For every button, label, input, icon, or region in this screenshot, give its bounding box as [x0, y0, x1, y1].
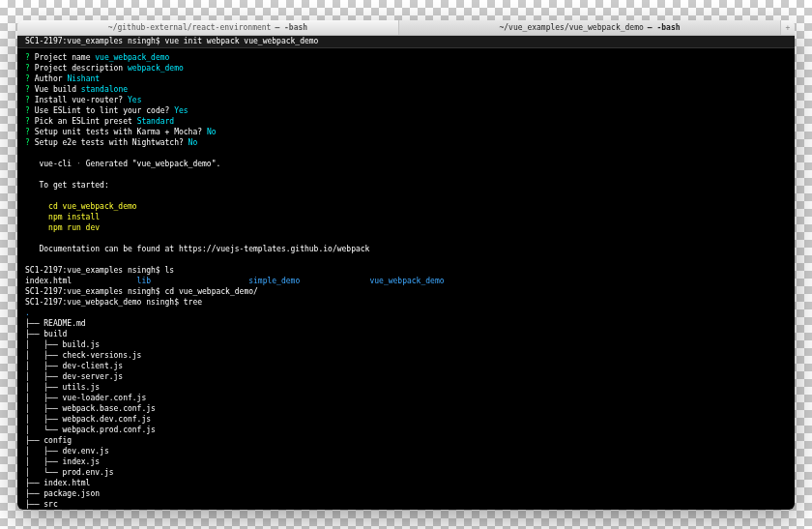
tree-line: │ ├── utils.js	[25, 383, 100, 392]
q-label: Install vue-router?	[35, 96, 124, 104]
tab-path: ~/vue_examples/vue_webpack_demo	[499, 23, 643, 32]
tab-path: ~/github-external/react-environment	[108, 23, 272, 32]
prompt-host: SC1-2197:vue_examples nsingh$	[25, 287, 165, 296]
q-val: No	[188, 138, 198, 147]
prompt-cmd: cd vue_webpack_demo/	[165, 287, 258, 296]
q-label: Vue build	[35, 85, 76, 94]
q-label: Project name	[35, 53, 91, 62]
bullet-icon: ?	[25, 53, 30, 62]
q-label: Setup unit tests with Karma + Mocha?	[35, 128, 202, 136]
q-val: No	[207, 128, 217, 136]
gen-msg: Generated "vue_webpack_demo".	[86, 160, 221, 168]
q-val: vue_webpack_demo	[95, 53, 169, 62]
q-label: Setup e2e tests with Nightwatch?	[35, 138, 184, 147]
bullet-icon: ?	[25, 117, 30, 126]
ls-col: lib	[137, 277, 151, 285]
q-label: Author	[35, 74, 63, 83]
q-val: Yes	[128, 96, 141, 104]
tree-line: │ ├── check-versions.js	[25, 351, 141, 360]
start-title: To get started:	[25, 181, 109, 190]
tree-line: │ ├── build.js	[25, 340, 100, 349]
ls-col: simple_demo	[248, 277, 300, 285]
terminal-window: ~/github-external/react-environment — -b…	[17, 20, 795, 510]
tab-bar: ~/github-external/react-environment — -b…	[17, 20, 795, 36]
start-line: npm install	[25, 213, 100, 221]
start-line: cd vue_webpack_demo	[25, 202, 137, 211]
tree-line: │ ├── index.js	[25, 457, 100, 466]
q-val: Nishant	[67, 74, 100, 83]
gen-prefix: vue-cli	[25, 160, 72, 168]
prompt-cmd: tree	[184, 298, 202, 307]
tab-react-env[interactable]: ~/github-external/react-environment — -b…	[17, 20, 399, 35]
start-line: npm run dev	[25, 223, 100, 232]
q-label: Use ESLint to lint your code?	[35, 106, 170, 115]
terminal-body[interactable]: ? Project name vue_webpack_demo ? Projec…	[17, 48, 795, 510]
command-bar-text: SC1-2197:vue_examples nsingh$ vue init w…	[25, 37, 318, 45]
q-val: webpack_demo	[128, 64, 184, 73]
q-val: Yes	[174, 106, 188, 115]
bullet-icon: ?	[25, 128, 30, 136]
tree-line: │ ├── webpack.base.conf.js	[25, 404, 156, 413]
tree-line: │ ├── dev-server.js	[25, 372, 123, 381]
tree-line: │ └── prod.env.js	[25, 468, 114, 477]
ls-col: vue_webpack_demo	[369, 277, 444, 285]
tab-vue-demo[interactable]: ~/vue_examples/vue_webpack_demo — -bash	[399, 20, 781, 35]
ls-col: index.html	[25, 277, 72, 285]
tree-line: ├── config	[25, 436, 72, 445]
bullet-icon: ?	[25, 85, 30, 94]
bullet-icon: ?	[25, 96, 30, 104]
tree-line: │ ├── dev-client.js	[25, 362, 123, 370]
prompt-host: SC1-2197:vue_examples nsingh$	[25, 266, 165, 275]
tab-shell: — -bash	[648, 23, 681, 32]
gen-dot: ·	[72, 160, 85, 168]
tree-line: ├── index.html	[25, 479, 90, 487]
prompt-host: SC1-2197:vue_webpack_demo nsingh$	[25, 298, 184, 307]
command-bar: SC1-2197:vue_examples nsingh$ vue init w…	[17, 36, 795, 48]
prompt-cmd: ls	[165, 266, 175, 275]
tree-line: │ ├── dev.env.js	[25, 447, 109, 456]
q-val: Standard	[137, 117, 175, 126]
tree-line: ├── package.json	[25, 489, 100, 498]
tree-dot: .	[25, 309, 30, 317]
tree-line: ├── build	[25, 330, 67, 338]
plus-icon: +	[786, 23, 791, 32]
new-tab-button[interactable]: +	[781, 20, 795, 35]
q-label: Pick an ESLint preset	[35, 117, 132, 126]
bullet-icon: ?	[25, 138, 30, 147]
bullet-icon: ?	[25, 106, 30, 115]
tab-shell: — -bash	[275, 23, 307, 32]
tree-line: │ ├── vue-loader.conf.js	[25, 394, 146, 402]
bullet-icon: ?	[25, 74, 30, 83]
tree-line: ├── README.md	[25, 319, 86, 328]
q-label: Project description	[35, 64, 124, 73]
tree-line: │ └── webpack.prod.conf.js	[25, 426, 156, 434]
tree-line: │ ├── webpack.dev.conf.js	[25, 415, 151, 424]
docs-line: Documentation can be found at https://vu…	[25, 245, 369, 253]
bullet-icon: ?	[25, 64, 30, 73]
q-val: standalone	[81, 85, 128, 94]
tree-line: ├── src	[25, 500, 58, 509]
